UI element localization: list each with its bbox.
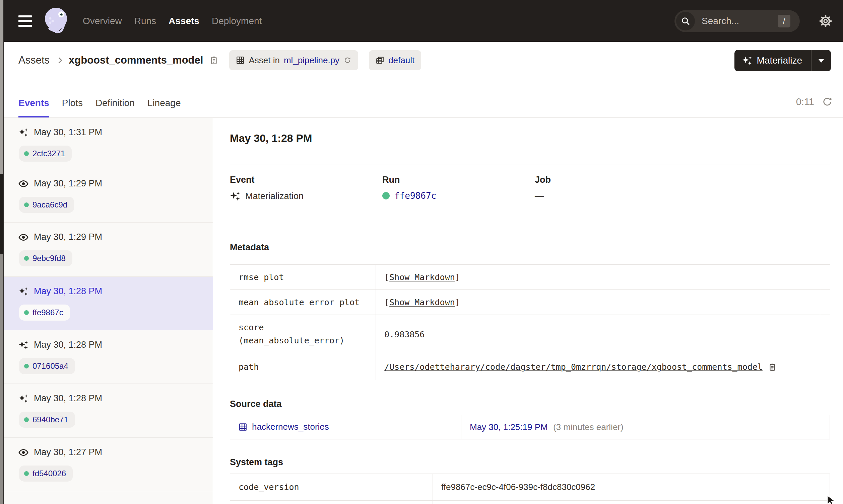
run-tag[interactable]: 9aca6c9d [19,197,74,213]
run-id-link: 9aca6c9d [33,200,67,210]
event-timestamp: May 30, 1:31 PM [34,127,102,138]
run-tag[interactable]: 071605a4 [19,358,75,374]
event-list-item[interactable]: May 30, 1:29 PM 9ebc9fd8 [4,222,213,277]
materialize-dropdown-button[interactable] [811,50,831,71]
run-tag[interactable]: fd540026 [19,466,73,482]
event-list-item-selected[interactable]: May 30, 1:28 PM ffe9867c [4,277,213,330]
asset-tabs: Events Plots Definition Lineage 0:11 [4,79,843,118]
nav-item-runs[interactable]: Runs [134,16,156,26]
status-dot [24,417,29,422]
table-row: code_version ffe9867c-ec9c-4f06-939c-f8d… [230,474,830,501]
settings-gear-icon[interactable] [818,14,833,29]
search-placeholder: Search... [702,16,739,26]
event-column-header: Event [230,175,255,185]
search-icon [676,12,695,31]
event-list-item[interactable]: May 30, 1:28 PM 071605a4 [4,330,213,384]
group-default-link[interactable]: default [388,55,414,66]
materialize-split-button: Materialize [735,50,831,71]
run-id-link: 6940be71 [33,415,68,424]
copy-icon[interactable] [209,56,219,65]
upstream-asset-link[interactable]: hackernews_stories [239,422,329,432]
menu-icon[interactable] [18,15,32,27]
run-tag[interactable]: 6940be71 [19,412,75,428]
metadata-value: 0.983856 [376,315,820,354]
tag-value: ffe9867c-ec9c-4f06-939c-f8dc830c0962 [433,474,830,501]
status-dot [24,256,29,261]
search-input[interactable]: Search... / [674,10,800,32]
status-dot [24,471,29,476]
event-list-item[interactable]: May 30, 1:27 PM fd540026 [4,438,213,491]
cursor-pointer [826,494,837,504]
status-dot [24,202,29,207]
copy-icon[interactable] [768,363,777,372]
run-tag[interactable]: 9ebc9fd8 [19,250,72,266]
asset-group-badge: default [369,50,421,70]
tab-lineage[interactable]: Lineage [148,98,181,118]
show-markdown-link[interactable]: [Show Markdown] [384,272,460,282]
source-data-table: hackernews_stories May 30, 1:25:19 PM (3… [230,415,830,439]
eye-icon [18,232,29,242]
run-tag[interactable]: ffe9867c [19,305,70,321]
timer-countdown: 0:11 [796,96,814,107]
sparkles-icon [230,191,241,201]
table-row [230,501,830,504]
event-list-item[interactable]: May 30, 1:31 PM 2cfc3271 [4,118,213,169]
job-column-header: Job [535,175,551,185]
run-id-link[interactable]: ffe9867c [394,191,436,201]
materialize-label: Materialize [757,55,802,66]
status-dot [24,364,29,368]
tab-plots[interactable]: Plots [62,98,83,118]
tag-key: code_version [230,474,433,501]
event-list-item[interactable]: May 30, 1:28 PM 6940be71 [4,384,213,438]
event-timestamp: May 30, 1:27 PM [34,447,102,457]
nav-item-assets[interactable]: Assets [169,16,199,26]
sparkles-icon [18,340,29,350]
run-tag[interactable]: 2cfc3271 [19,146,72,162]
table-grid-icon [239,423,247,431]
event-timestamp: May 30, 1:28 PM [34,340,102,350]
run-id-link: 071605a4 [33,361,68,371]
asset-in-label: Asset in [248,55,280,66]
top-navigation: Overview Runs Assets Deployment Search..… [4,0,843,42]
refresh-icon[interactable] [343,56,351,64]
table-row: path /Users/odetteharary/code/dagster/tm… [230,354,830,380]
materialize-button[interactable]: Materialize [735,50,811,71]
event-detail-pane: May 30, 1:28 PM Event Run Job Materializ… [213,118,843,504]
event-timestamp: May 30, 1:29 PM [34,232,102,242]
event-timestamp: May 30, 1:28 PM [34,286,102,296]
breadcrumb-row: Assets xgboost_comments_model Asset in m… [4,42,843,79]
nav-item-deployment[interactable]: Deployment [212,16,262,26]
source-timestamp-link[interactable]: May 30, 1:25:19 PM [470,422,548,432]
run-column-header: Run [382,175,400,185]
sparkles-icon [18,394,29,403]
event-timestamp: May 30, 1:28 PM [34,393,102,403]
run-id-link: 2cfc3271 [33,149,65,158]
tab-definition[interactable]: Definition [96,98,135,118]
background-window-strip [0,0,4,504]
table-row: hackernews_stories May 30, 1:25:19 PM (3… [230,415,830,439]
nav-item-overview[interactable]: Overview [83,16,122,26]
dagster-asset-page: Overview Runs Assets Deployment Search..… [0,0,843,504]
asset-name-title: xgboost_comments_model [69,54,203,66]
system-tags-heading: System tags [230,457,283,468]
breadcrumb-assets-link[interactable]: Assets [18,54,50,66]
metadata-key: rmse plot [230,265,376,290]
run-id-link: 9ebc9fd8 [33,254,66,263]
code-location-link[interactable]: ml_pipeline.py [284,55,340,66]
chevron-right-icon [56,57,62,63]
status-dot [24,151,29,156]
metadata-key: path [230,354,376,380]
auto-refresh-timer: 0:11 [796,96,833,107]
run-id-link: fd540026 [33,469,66,478]
metadata-key: mean_absolute_error plot [230,290,376,315]
code-location-badge: Asset in ml_pipeline.py [229,50,358,70]
table-row: score (mean_absolute_error) 0.983856 [230,315,830,354]
metadata-key: score (mean_absolute_error) [230,315,376,354]
path-link[interactable]: /Users/odetteharary/code/dagster/tmp_0mz… [384,362,762,372]
tab-events[interactable]: Events [18,98,49,118]
eye-icon [18,179,29,189]
dagster-logo-icon[interactable] [40,4,74,37]
show-markdown-link[interactable]: [Show Markdown] [384,298,460,307]
refresh-icon[interactable] [822,96,833,107]
event-list-item[interactable]: May 30, 1:29 PM 9aca6c9d [4,169,213,222]
